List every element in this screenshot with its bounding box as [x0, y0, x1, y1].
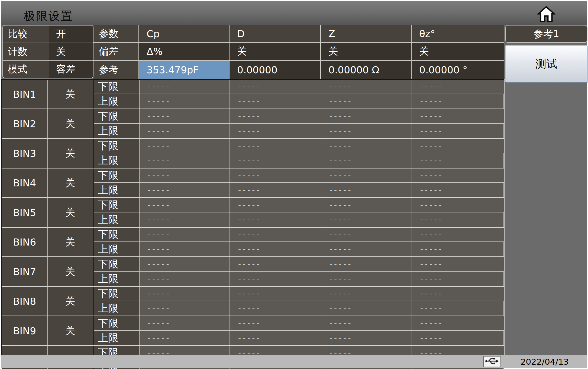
bin-lower-value[interactable]: -----: [140, 228, 230, 242]
bin-upper-value[interactable]: -----: [321, 212, 412, 227]
bin-upper-value[interactable]: -----: [140, 301, 230, 316]
bin-upper-value[interactable]: -----: [321, 301, 412, 316]
bin-upper-value[interactable]: -----: [230, 301, 321, 316]
reference-d-cell[interactable]: 0.00000: [230, 61, 321, 79]
param-d-cell[interactable]: D: [230, 25, 321, 43]
bin-lower-value[interactable]: -----: [140, 198, 230, 212]
bin-upper-value[interactable]: -----: [230, 331, 321, 345]
deviation-z-cell[interactable]: 关: [321, 43, 412, 61]
bin-upper-value[interactable]: -----: [140, 124, 230, 138]
bin-upper-value[interactable]: -----: [230, 242, 321, 256]
bin-state-toggle[interactable]: 关: [48, 198, 94, 227]
bin-lower-value[interactable]: -----: [412, 257, 504, 272]
bin-upper-value[interactable]: -----: [412, 94, 504, 109]
bin-lower-value[interactable]: -----: [230, 139, 321, 153]
param-z-cell[interactable]: Z: [321, 25, 412, 43]
bin-lower-value[interactable]: -----: [140, 139, 230, 153]
bin-lower-value[interactable]: -----: [412, 287, 504, 301]
bin-state-toggle[interactable]: 关: [48, 228, 94, 256]
reference-z-cell[interactable]: 0.00000 Ω: [321, 61, 412, 79]
bin-lower-value[interactable]: -----: [140, 316, 230, 331]
bin-upper-value[interactable]: -----: [230, 272, 321, 286]
bin-state-toggle[interactable]: 关: [48, 316, 94, 345]
bin-lower-value[interactable]: -----: [230, 287, 321, 301]
bin-upper-value[interactable]: -----: [412, 124, 504, 138]
home-button[interactable]: [537, 5, 556, 24]
bin-upper-value[interactable]: -----: [230, 94, 321, 109]
bin-lower-value[interactable]: -----: [412, 228, 504, 242]
bin-upper-value[interactable]: -----: [412, 183, 504, 197]
bin-lower-value[interactable]: -----: [412, 139, 504, 153]
count-value[interactable]: 关: [49, 43, 93, 60]
bin-lower-value[interactable]: -----: [321, 316, 412, 331]
bin-lower-value[interactable]: -----: [230, 168, 321, 183]
param-cp-cell[interactable]: Cp: [139, 25, 230, 43]
bin-upper-value[interactable]: -----: [230, 183, 321, 197]
bin-upper-value[interactable]: -----: [140, 153, 230, 168]
bin-upper-value[interactable]: -----: [321, 124, 412, 138]
bin-lower-value[interactable]: -----: [230, 198, 321, 212]
bin-upper-value[interactable]: -----: [230, 212, 321, 227]
bin-state-toggle[interactable]: 关: [48, 139, 94, 168]
bin-lower-value[interactable]: -----: [412, 198, 504, 212]
bin-upper-value[interactable]: -----: [321, 331, 412, 345]
bin-lower-value[interactable]: -----: [321, 139, 412, 153]
bin-upper-value[interactable]: -----: [412, 301, 504, 316]
bin-upper-value[interactable]: -----: [321, 242, 412, 256]
test-button[interactable]: 测试: [505, 45, 588, 82]
bin-lower-value[interactable]: -----: [321, 168, 412, 183]
bin-lower-value[interactable]: -----: [412, 316, 504, 331]
bin-lower-value[interactable]: -----: [140, 257, 230, 272]
bin-lower-value[interactable]: -----: [230, 80, 321, 94]
bin-state-toggle[interactable]: 关: [48, 80, 94, 109]
bin-lower-value[interactable]: -----: [140, 287, 230, 301]
bin-lower-value[interactable]: -----: [321, 228, 412, 242]
bin-lower-value[interactable]: -----: [140, 168, 230, 183]
bin-upper-value[interactable]: -----: [321, 153, 412, 168]
mode-value[interactable]: 容差: [49, 61, 93, 78]
bin-upper-value[interactable]: -----: [412, 272, 504, 286]
bin-row: BIN2 关 下限 ----- ----- ----- ----- 上限 ---…: [2, 109, 504, 139]
bin-lower-value[interactable]: -----: [321, 287, 412, 301]
bin-lower-value[interactable]: -----: [140, 109, 230, 124]
bin-upper-value[interactable]: -----: [140, 94, 230, 109]
deviation-d-cell[interactable]: 关: [230, 43, 321, 61]
bin-lower-value[interactable]: -----: [321, 80, 412, 94]
bin-upper-value[interactable]: -----: [321, 183, 412, 197]
bin-upper-value[interactable]: -----: [230, 153, 321, 168]
reference-page-button[interactable]: 参考1: [505, 25, 587, 43]
bin-lower-value[interactable]: -----: [412, 168, 504, 183]
bin-upper-value[interactable]: -----: [140, 242, 230, 256]
bin-lower-value[interactable]: -----: [412, 80, 504, 94]
bin-lower-value[interactable]: -----: [321, 109, 412, 124]
bin-upper-value[interactable]: -----: [412, 331, 504, 345]
bin-upper-value[interactable]: -----: [230, 124, 321, 138]
bin-lower-value[interactable]: -----: [321, 257, 412, 272]
reference-theta-cell[interactable]: 0.00000 °: [412, 61, 504, 79]
deviation-theta-cell[interactable]: 关: [412, 43, 504, 61]
bin-lower-value[interactable]: -----: [230, 228, 321, 242]
bin-upper-value[interactable]: -----: [321, 272, 412, 286]
bin-state-toggle[interactable]: 关: [48, 257, 94, 286]
compare-value[interactable]: 开: [49, 26, 93, 43]
reference-cp-cell-selected[interactable]: 353.479pF: [139, 61, 230, 79]
bin-lower-value[interactable]: -----: [230, 109, 321, 124]
bin-upper-value[interactable]: -----: [140, 331, 230, 345]
bin-upper-value[interactable]: -----: [140, 183, 230, 197]
bin-upper-value[interactable]: -----: [412, 153, 504, 168]
bin-lower-value[interactable]: -----: [412, 109, 504, 124]
bin-state-toggle[interactable]: 关: [48, 287, 94, 316]
bin-upper-value[interactable]: -----: [140, 212, 230, 227]
bin-lower-value[interactable]: -----: [230, 316, 321, 331]
bin-state-toggle[interactable]: 关: [48, 168, 94, 197]
param-theta-cell[interactable]: θz°: [412, 25, 504, 43]
bin-upper-value[interactable]: -----: [412, 242, 504, 256]
bin-lower-value[interactable]: -----: [230, 257, 321, 272]
bin-upper-value[interactable]: -----: [412, 212, 504, 227]
bin-upper-value[interactable]: -----: [321, 94, 412, 109]
bin-upper-value[interactable]: -----: [140, 272, 230, 286]
bin-lower-value[interactable]: -----: [321, 198, 412, 212]
bin-lower-value[interactable]: -----: [140, 80, 230, 94]
bin-state-toggle[interactable]: 关: [48, 109, 94, 138]
deviation-cp-cell[interactable]: Δ%: [139, 43, 230, 61]
